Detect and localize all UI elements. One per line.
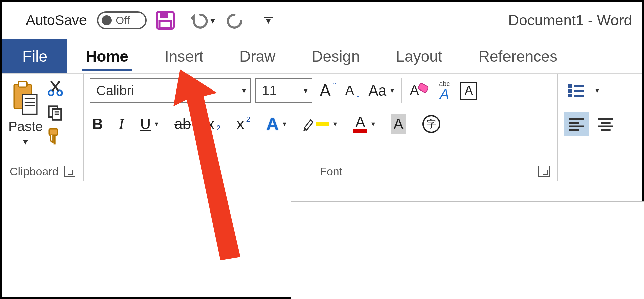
document-area[interactable] <box>2 185 642 297</box>
superscript-base: x <box>236 116 244 132</box>
chevron-down-icon: ▾ <box>23 136 28 147</box>
svg-rect-1 <box>160 12 168 18</box>
superscript-sup: 2 <box>246 115 250 124</box>
shading-icon: A <box>391 114 406 134</box>
redo-button[interactable] <box>226 11 246 30</box>
svg-rect-22 <box>568 89 572 93</box>
paste-label: Paste <box>8 119 43 134</box>
enclose-characters-button[interactable]: 字 <box>420 112 443 136</box>
paintbrush-icon <box>46 127 65 146</box>
shrink-font-button[interactable]: Aˆ <box>343 78 361 103</box>
chevron-down-icon: ▾ <box>371 120 375 128</box>
scissors-icon <box>47 79 64 98</box>
dialog-launcher-button[interactable] <box>64 166 75 177</box>
ribbon-tabs: File Home Insert Draw Design Layout Refe… <box>2 39 642 73</box>
font-size-combo[interactable]: 11 ▾ <box>255 78 312 103</box>
letter-a-icon: A <box>345 83 354 98</box>
chevron-down-icon: ▾ <box>242 86 246 95</box>
customize-qat-button[interactable]: ▾ <box>264 17 273 24</box>
svg-rect-19 <box>418 83 429 93</box>
underline-icon: U <box>140 116 151 132</box>
bold-button[interactable]: B <box>90 112 106 136</box>
tab-insert[interactable]: Insert <box>147 39 221 73</box>
font-color-split-button[interactable]: A▾ <box>351 112 377 136</box>
tab-layout[interactable]: Layout <box>378 39 461 73</box>
align-center-button[interactable] <box>593 112 618 136</box>
align-left-icon <box>568 117 585 131</box>
svg-point-9 <box>49 91 54 96</box>
subscript-button[interactable]: x2 <box>204 112 223 136</box>
align-left-button[interactable] <box>564 112 589 136</box>
strikethrough-button[interactable]: ab <box>172 112 194 136</box>
highlighter-icon <box>303 116 314 132</box>
paste-icon <box>11 80 40 117</box>
italic-a-icon: A <box>440 88 449 100</box>
autosave-toggle[interactable]: Off <box>97 11 147 29</box>
svg-rect-17 <box>49 129 58 135</box>
clear-formatting-button[interactable]: A <box>407 78 432 103</box>
group-label: Font <box>320 165 342 178</box>
abc-label: abc <box>439 81 450 86</box>
svg-rect-2 <box>160 21 171 28</box>
copy-button[interactable] <box>47 103 64 122</box>
autosave-state: Off <box>116 14 130 27</box>
subscript-sub: 2 <box>216 124 220 132</box>
change-case-button[interactable]: Aa▾ <box>366 78 397 103</box>
ribbon: Paste ▾ <box>2 73 642 181</box>
chevron-down-icon: ▾ <box>304 86 308 95</box>
group-font: Calibri ▾ 11 ▾ Aˆ Aˆ Aa▾ <box>84 74 557 181</box>
font-name-combo[interactable]: Calibri ▾ <box>90 78 251 103</box>
italic-button[interactable]: I <box>116 112 127 136</box>
chevron-down-icon: ▾ <box>155 120 158 128</box>
svg-rect-20 <box>568 84 572 88</box>
phonetic-guide-button[interactable]: abc A <box>436 78 452 103</box>
highlight-split-button[interactable]: A ▾ <box>300 112 340 136</box>
autosave-label: AutoSave <box>26 12 87 28</box>
undo-split-button[interactable]: ▾ <box>189 11 215 30</box>
tab-references[interactable]: References <box>461 39 576 73</box>
align-center-icon <box>597 117 614 131</box>
chevron-down-icon: ▾ <box>595 86 599 95</box>
chevron-down-icon: ▾ <box>333 120 337 128</box>
font-name-value: Calibri <box>96 83 134 98</box>
group-clipboard: Paste ▾ <box>2 74 83 181</box>
undo-icon <box>189 11 208 30</box>
eraser-a-icon: A <box>410 81 429 100</box>
document-page[interactable] <box>291 201 644 299</box>
chevron-down-icon: ▾ <box>210 15 215 26</box>
grow-font-button[interactable]: Aˆ <box>317 78 338 103</box>
text-effects-split-button[interactable]: A▾ <box>264 112 289 136</box>
tab-draw[interactable]: Draw <box>221 39 293 73</box>
svg-point-10 <box>57 91 62 96</box>
title-bar: AutoSave Off ▾ ▾ <box>2 2 642 39</box>
chevron-down-icon: ▾ <box>266 18 271 24</box>
tab-file-label: File <box>22 47 47 65</box>
save-icon <box>155 10 175 31</box>
chevron-down-icon: ▾ <box>283 120 286 128</box>
copy-icon <box>47 103 64 122</box>
cut-button[interactable] <box>47 79 64 98</box>
change-case-label: Aa <box>368 82 386 99</box>
tab-design[interactable]: Design <box>293 39 378 73</box>
italic-icon: I <box>119 116 124 133</box>
tab-file[interactable]: File <box>2 39 67 73</box>
dialog-launcher-button[interactable] <box>538 166 550 177</box>
character-border-button[interactable]: A <box>457 78 480 103</box>
enclose-icon: 字 <box>422 115 440 133</box>
character-shading-button[interactable]: A <box>388 112 409 136</box>
underline-split-button[interactable]: U▾ <box>137 112 161 136</box>
tab-label: References <box>479 47 557 65</box>
format-painter-button[interactable] <box>46 127 65 146</box>
letter-a-icon: A <box>320 81 331 100</box>
separator <box>401 78 402 103</box>
tab-label: Design <box>312 47 360 65</box>
highlight-swatch: A <box>316 122 329 126</box>
tab-label: Insert <box>165 47 203 65</box>
superscript-button[interactable]: x2 <box>234 112 253 136</box>
bullets-split-button[interactable] <box>564 78 589 103</box>
tab-home[interactable]: Home <box>67 39 147 73</box>
font-color-icon: A <box>353 115 367 133</box>
group-label: Clipboard <box>10 165 59 178</box>
save-button[interactable] <box>155 10 176 31</box>
paste-split-button[interactable]: Paste ▾ <box>8 78 43 147</box>
